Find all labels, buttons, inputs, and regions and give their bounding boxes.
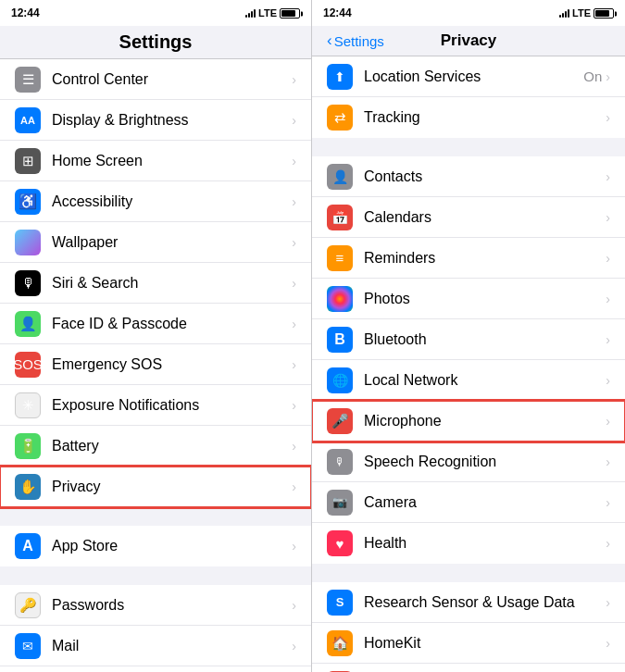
- settings-item-display[interactable]: AA Display & Brightness ›: [0, 100, 311, 141]
- settings-item-mail[interactable]: ✉ Mail ›: [0, 626, 311, 666]
- bluetooth-label: Bluetooth: [364, 331, 606, 348]
- privacy-item-bluetooth[interactable]: Β Bluetooth ›: [312, 319, 625, 360]
- privacy-group-1: ⬆ Location Services On › ⇄ Tracking ›: [312, 56, 625, 138]
- home-screen-label: Home Screen: [52, 153, 292, 169]
- homekit-icon: 🏠: [327, 630, 353, 656]
- exposure-icon: ✳: [15, 392, 41, 418]
- privacy-item-calendars[interactable]: 📅 Calendars ›: [312, 197, 625, 238]
- contacts-label: Contacts: [364, 168, 606, 185]
- privacy-item-camera[interactable]: 📷 Camera ›: [312, 482, 625, 523]
- settings-item-appstore[interactable]: A App Store ›: [0, 526, 311, 566]
- privacy-item-homekit[interactable]: 🏠 HomeKit ›: [312, 623, 625, 664]
- right-panel: 12:44 LTE ‹ Settings Privacy: [312, 0, 625, 672]
- calendars-icon: 📅: [327, 205, 353, 230]
- privacy-item-photos[interactable]: Photos ›: [312, 279, 625, 319]
- battery-icon-right: [594, 7, 614, 19]
- privacy-item-location[interactable]: ⬆ Location Services On ›: [312, 56, 625, 97]
- privacy-item-reminders[interactable]: ≡ Reminders ›: [312, 238, 625, 279]
- microphone-label: Microphone: [364, 413, 606, 429]
- status-icons-right: LTE: [559, 7, 614, 19]
- left-panel: 12:44 LTE Settings: [0, 0, 312, 672]
- privacy-item-research[interactable]: S Research Sensor & Usage Data ›: [312, 582, 625, 623]
- privacy-item-media[interactable]: ♪ Media & Apple Music ›: [312, 664, 625, 672]
- nav-bar-flex-left: Settings: [15, 31, 296, 53]
- homekit-label: HomeKit: [364, 635, 606, 652]
- sos-label: Emergency SOS: [52, 356, 292, 373]
- camera-label: Camera: [364, 494, 606, 511]
- location-value: On: [583, 68, 602, 84]
- settings-item-sos[interactable]: SOS Emergency SOS ›: [0, 344, 311, 385]
- settings-item-battery[interactable]: 🔋 Battery ›: [0, 426, 311, 467]
- tracking-icon: ⇄: [327, 105, 353, 131]
- health-icon: ♥: [327, 530, 353, 556]
- status-icons-left: LTE: [245, 7, 300, 19]
- right-gap2: [312, 564, 625, 582]
- settings-item-control-center[interactable]: ☰ Control Center ›: [0, 59, 311, 100]
- privacy-item-local-network[interactable]: 🌐 Local Network ›: [312, 360, 625, 401]
- privacy-item-speech[interactable]: 🎙 Speech Recognition ›: [312, 442, 625, 482]
- reminders-label: Reminders: [364, 250, 606, 267]
- back-button-right[interactable]: ‹ Settings: [327, 31, 384, 50]
- calendars-label: Calendars: [364, 209, 606, 226]
- privacy-icon: ✋: [15, 474, 41, 500]
- control-center-icon: ☰: [15, 67, 41, 93]
- photos-label: Photos: [364, 291, 606, 307]
- appstore-icon: A: [15, 533, 41, 559]
- passwords-label: Passwords: [52, 597, 292, 614]
- speech-label: Speech Recognition: [364, 454, 606, 470]
- privacy-group-2: 👤 Contacts › 📅 Calendars › ≡ Reminders ›…: [312, 156, 625, 564]
- local-network-label: Local Network: [364, 372, 606, 389]
- settings-item-passwords[interactable]: 🔑 Passwords ›: [0, 585, 311, 626]
- privacy-item-health[interactable]: ♥ Health ›: [312, 523, 625, 564]
- settings-item-exposure[interactable]: ✳ Exposure Notifications ›: [0, 385, 311, 426]
- settings-list-left[interactable]: ☰ Control Center › AA Display & Brightne…: [0, 59, 311, 672]
- signal-icon-right: [559, 8, 569, 18]
- left-nav-title: Settings: [119, 31, 193, 53]
- settings-group-1: ☰ Control Center › AA Display & Brightne…: [0, 59, 311, 507]
- accessibility-label: Accessibility: [52, 193, 292, 210]
- privacy-list[interactable]: ⬆ Location Services On › ⇄ Tracking › 👤 …: [312, 56, 625, 672]
- status-time-right: 12:44: [323, 6, 352, 19]
- privacy-item-contacts[interactable]: 👤 Contacts ›: [312, 156, 625, 197]
- battery-icon-left: [280, 7, 300, 19]
- passwords-icon: 🔑: [15, 592, 41, 618]
- research-label: Research Sensor & Usage Data: [364, 594, 606, 611]
- exposure-label: Exposure Notifications: [52, 397, 292, 414]
- network-type-left: LTE: [258, 7, 277, 19]
- privacy-label: Privacy: [52, 479, 292, 495]
- network-type-right: LTE: [572, 7, 591, 19]
- chevron-back-icon: ‹: [327, 31, 332, 50]
- settings-item-wallpaper[interactable]: Wallpaper ›: [0, 222, 311, 263]
- settings-item-siri[interactable]: 🎙 Siri & Search ›: [0, 263, 311, 304]
- wallpaper-label: Wallpaper: [52, 234, 292, 251]
- privacy-item-tracking[interactable]: ⇄ Tracking ›: [312, 97, 625, 138]
- settings-group-2: A App Store ›: [0, 526, 311, 566]
- tracking-label: Tracking: [364, 109, 606, 126]
- reminders-icon: ≡: [327, 245, 353, 271]
- accessibility-icon: ♿: [15, 189, 41, 215]
- status-bar-right: 12:44 LTE: [312, 0, 625, 26]
- right-gap1: [312, 138, 625, 156]
- settings-item-accessibility[interactable]: ♿ Accessibility ›: [0, 181, 311, 222]
- camera-icon: 📷: [327, 490, 353, 516]
- local-network-icon: 🌐: [327, 367, 353, 393]
- settings-item-faceid[interactable]: 👤 Face ID & Passcode ›: [0, 304, 311, 344]
- mail-label: Mail: [52, 638, 292, 654]
- nav-bar-left: Settings: [0, 26, 311, 59]
- settings-item-home-screen[interactable]: ⊞ Home Screen ›: [0, 141, 311, 181]
- status-bar-left: 12:44 LTE: [0, 0, 311, 26]
- mail-icon: ✉: [15, 633, 41, 659]
- status-time-left: 12:44: [11, 6, 40, 19]
- privacy-item-microphone[interactable]: 🎤 Microphone ›: [312, 401, 625, 442]
- gap2: [0, 566, 311, 585]
- siri-icon: 🎙: [15, 270, 41, 296]
- microphone-icon: 🎤: [327, 408, 353, 434]
- settings-item-privacy[interactable]: ✋ Privacy ›: [0, 467, 311, 507]
- bluetooth-icon: Β: [327, 327, 353, 353]
- right-nav-title: Privacy: [441, 31, 497, 50]
- back-label: Settings: [334, 33, 384, 49]
- nav-bar-right: ‹ Settings Privacy: [312, 26, 625, 56]
- privacy-group-3: S Research Sensor & Usage Data › 🏠 HomeK…: [312, 582, 625, 672]
- battery-label: Battery: [52, 438, 292, 454]
- settings-item-contacts-left[interactable]: 👤 Contacts ›: [0, 666, 311, 672]
